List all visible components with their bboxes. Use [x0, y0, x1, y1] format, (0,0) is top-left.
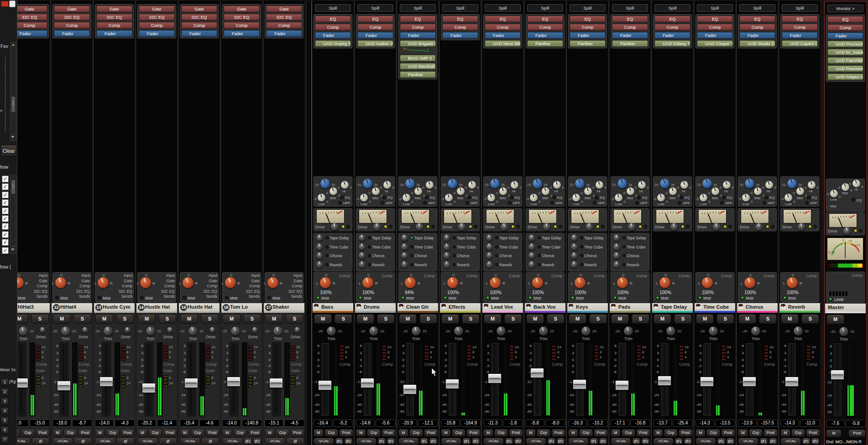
channel-name-row[interactable]: 15Hustle Hat: [179, 303, 220, 311]
channel-name-row[interactable]: 9Tape Delay: [652, 303, 693, 311]
trim-knob[interactable]: [539, 326, 548, 336]
eq-low-knob[interactable]: [445, 194, 453, 202]
phase-button[interactable]: Ø: [159, 438, 177, 445]
mute-button-small[interactable]: M: [398, 429, 408, 437]
processor-comp[interactable]: Comp: [266, 22, 302, 29]
processor-eq[interactable]: EQ: [697, 16, 733, 22]
solo-button[interactable]: S: [462, 314, 480, 324]
eq-in-led[interactable]: [382, 196, 386, 199]
send-active-led[interactable]: [325, 263, 329, 266]
post-button[interactable]: Post: [848, 429, 866, 437]
mute-button[interactable]: M: [223, 314, 241, 324]
solo-button[interactable]: S: [759, 314, 777, 324]
phase-button-2[interactable]: Ø2: [811, 438, 820, 445]
channel-name-row[interactable]: 12Reverb: [779, 303, 820, 311]
eq-mid-freq-knob[interactable]: [745, 179, 754, 188]
group-button[interactable]: Grp: [233, 429, 247, 437]
send-active-led[interactable]: [410, 263, 413, 266]
fader-handle[interactable]: [573, 379, 586, 389]
plugin-uad-fairchild[interactable]: UAD Fairchild: [827, 57, 863, 64]
drive-knob[interactable]: [501, 223, 508, 231]
peak-readout[interactable]: -8.7: [72, 419, 92, 427]
channel-name-row[interactable]: 10Time Cube: [695, 303, 735, 311]
eq-hi-knob[interactable]: [680, 181, 688, 189]
drive-led-2[interactable]: [346, 225, 350, 228]
eq-mid-knob[interactable]: [711, 187, 719, 195]
vca-assign-button[interactable]: -VCAs-: [568, 438, 589, 445]
send-active-led[interactable]: [325, 245, 329, 248]
send-active-led[interactable]: [538, 245, 541, 248]
hpf-led[interactable]: [338, 201, 342, 205]
track-drive-knob[interactable]: [209, 327, 215, 333]
eq-hi-knob[interactable]: [723, 181, 731, 189]
eq-low-knob[interactable]: [572, 194, 580, 202]
processor-comp[interactable]: Comp: [485, 24, 521, 31]
gain-readout[interactable]: -16.4: [314, 419, 332, 427]
fader-handle[interactable]: [269, 378, 283, 388]
processor-32c-eq[interactable]: 32C EQ: [181, 14, 217, 21]
mute-button[interactable]: M: [826, 315, 844, 324]
mute-button-small[interactable]: M: [265, 429, 275, 437]
eq-mid-freq-knob[interactable]: [320, 179, 330, 188]
fader-handle[interactable]: [530, 368, 544, 378]
processor-32c-eq[interactable]: 32C EQ: [139, 14, 175, 21]
phase-button-1[interactable]: Ø1: [717, 438, 726, 445]
processor-eq[interactable]: EQ: [357, 16, 393, 22]
post-button[interactable]: Post: [78, 429, 92, 437]
hpf-led[interactable]: [805, 201, 809, 205]
mute-button[interactable]: M: [265, 314, 283, 324]
hpf-led[interactable]: [465, 201, 469, 205]
channel-name-row[interactable]: 17Shaker: [264, 303, 304, 311]
pan-knob[interactable]: [140, 277, 151, 288]
processor-comp[interactable]: Comp: [527, 24, 563, 31]
solo-button[interactable]: S: [73, 314, 91, 324]
channel-name-row[interactable]: 1Bass: [313, 303, 353, 311]
processor-32c-eq[interactable]: 32C EQ: [224, 14, 260, 21]
spill-button[interactable]: Spill: [781, 4, 818, 12]
peak-readout[interactable]: -5.8: [846, 420, 866, 427]
send-knob-reverb[interactable]: [401, 261, 408, 268]
processor-eq[interactable]: EQ: [827, 16, 863, 23]
pan-knob[interactable]: [405, 277, 416, 288]
fader-handle[interactable]: [658, 376, 671, 386]
fader-handle[interactable]: [142, 383, 156, 393]
eq-hi-knob[interactable]: [596, 181, 603, 189]
processor-eq[interactable]: EQ: [654, 16, 690, 22]
send-knob-reverb[interactable]: [316, 261, 323, 268]
plugin-uad-cooper-t[interactable]: UAD Cooper T: [697, 40, 733, 47]
spill-button[interactable]: Spill: [696, 4, 733, 12]
trim-knob[interactable]: [839, 327, 848, 336]
eq-mid-knob[interactable]: [372, 187, 380, 195]
fader-handle[interactable]: [831, 370, 844, 380]
phase-button[interactable]: Ø: [201, 438, 220, 445]
plugin-uad-ampeg-s[interactable]: UAD Ampeg S: [315, 40, 351, 47]
processor-fader[interactable]: Fader: [442, 32, 478, 39]
solo-button[interactable]: S: [31, 314, 49, 324]
drive-led-2[interactable]: [516, 225, 520, 228]
track-drive-knob[interactable]: [294, 327, 300, 333]
processor-fader[interactable]: Fader: [181, 30, 217, 37]
eq-mid-knob[interactable]: [542, 187, 549, 195]
eq-in-led[interactable]: [467, 196, 471, 199]
vca-assign-button[interactable]: -VCAs-: [441, 438, 461, 445]
show-strip-checkbox[interactable]: ✓: [2, 215, 9, 222]
fader-handle[interactable]: [99, 377, 113, 387]
show-strip-checkbox[interactable]: ✓: [2, 239, 9, 246]
solo-button[interactable]: S: [547, 314, 565, 324]
drive-knob[interactable]: [713, 223, 721, 231]
plugin-uad-marshall[interactable]: UAD Marshall: [400, 63, 436, 70]
send-knob-time-cube[interactable]: [613, 243, 620, 250]
hpf-led[interactable]: [763, 201, 766, 205]
vca-assign-button[interactable]: -VCAs-: [95, 438, 115, 445]
trim-knob[interactable]: [146, 326, 155, 336]
channel-name-row[interactable]: 3Clean Gtr: [397, 303, 438, 311]
phase-button-2[interactable]: Ø2: [556, 438, 565, 445]
solo-button[interactable]: S: [589, 314, 607, 324]
send-active-led[interactable]: [580, 236, 583, 239]
drive-knob[interactable]: [586, 223, 593, 231]
trim-knob[interactable]: [412, 326, 421, 336]
mute-button-small[interactable]: M: [483, 429, 493, 437]
pan-knob[interactable]: [447, 277, 458, 288]
plugin-uad-bx-maste[interactable]: UAD bx_maste: [827, 49, 863, 56]
post-button[interactable]: Post: [120, 429, 135, 437]
